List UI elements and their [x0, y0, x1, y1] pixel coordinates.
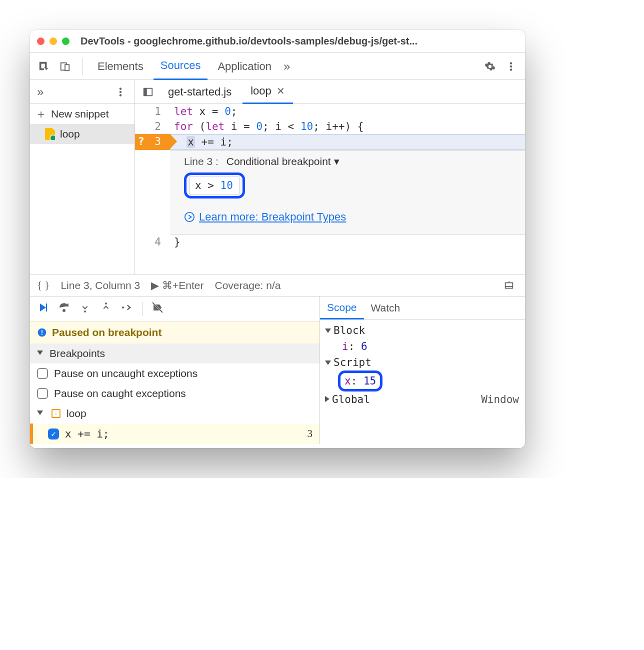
tab-scope[interactable]: Scope — [320, 296, 364, 320]
show-console-icon[interactable] — [500, 276, 518, 294]
resume-icon[interactable] — [37, 302, 49, 316]
navigator-more-icon[interactable]: » — [35, 85, 46, 99]
file-tab-loop[interactable]: loop ✕ — [242, 80, 293, 104]
scope-panel: Scope Watch Block i: 6 Script x: 15 Glob… — [320, 296, 525, 444]
gutter-line-1[interactable]: 1 — [135, 104, 170, 119]
svg-rect-18 — [42, 330, 42, 334]
bp-learn-more-link[interactable]: Learn more: Breakpoint Types — [184, 210, 346, 224]
svg-point-10 — [185, 212, 194, 222]
close-window-button[interactable] — [37, 38, 44, 45]
svg-point-6 — [120, 91, 122, 93]
bp-learn-more-label: Learn more: Breakpoint Types — [199, 210, 346, 224]
breakpoint-file-row[interactable]: ◦ loop — [30, 404, 320, 424]
snippets-sidebar: ＋ New snippet loop — [30, 104, 135, 274]
navigator-menu-icon[interactable] — [112, 83, 130, 101]
tab-application[interactable]: Application — [210, 53, 278, 80]
code-editor[interactable]: 1 let x = 0; 2 for (let i = 0; i < 10; i… — [135, 104, 525, 274]
file-tab-loop-label: loop — [250, 84, 272, 98]
svg-rect-11 — [506, 282, 513, 288]
snippet-item-label: loop — [60, 128, 80, 140]
editor-statusbar: { } Line 3, Column 3 ▶ ⌘+Enter Coverage:… — [30, 274, 525, 296]
titlebar: DevTools - googlechrome.github.io/devtoo… — [30, 30, 525, 53]
inspect-element-icon[interactable] — [35, 58, 53, 76]
run-snippet-button[interactable]: ▶ ⌘+Enter — [151, 280, 204, 292]
new-snippet-button[interactable]: ＋ New snippet — [30, 104, 134, 124]
gutter-line-2[interactable]: 2 — [135, 119, 170, 134]
bp-type-dropdown[interactable]: Conditional breakpoint ▾ — [226, 156, 340, 167]
gutter-line-3[interactable]: 3 — [135, 134, 170, 150]
pause-caught-row[interactable]: Pause on caught exceptions — [30, 384, 320, 404]
breakpoint-code: x += i; — [65, 428, 110, 440]
svg-point-13 — [63, 310, 65, 312]
coverage-status: Coverage: n/a — [215, 280, 281, 292]
main-toolbar: Elements Sources Application » — [30, 53, 525, 80]
scope-block[interactable]: Block — [325, 322, 525, 338]
svg-rect-9 — [144, 88, 147, 96]
svg-rect-1 — [65, 64, 69, 70]
toggle-navigator-icon[interactable] — [139, 83, 157, 101]
step-icon[interactable] — [121, 302, 133, 316]
close-tab-icon[interactable]: ✕ — [276, 85, 285, 97]
maximize-window-button[interactable] — [62, 38, 70, 45]
debugger-toolbar — [30, 296, 320, 322]
window-title: DevTools - googlechrome.github.io/devtoo… — [80, 36, 418, 47]
tab-watch[interactable]: Watch — [364, 296, 408, 320]
snippet-file-icon — [45, 128, 55, 140]
svg-point-14 — [84, 310, 86, 312]
new-snippet-label: New snippet — [51, 108, 109, 120]
kebab-menu-icon[interactable] — [502, 58, 520, 76]
sources-body: ＋ New snippet loop 1 let x = 0; 2 for (l… — [30, 104, 525, 274]
scope-script[interactable]: Script — [325, 354, 525, 370]
svg-point-4 — [510, 68, 512, 70]
paused-banner: Paused on breakpoint — [30, 322, 320, 344]
svg-point-2 — [510, 62, 512, 64]
devtools-window: DevTools - googlechrome.github.io/devtoo… — [30, 30, 525, 448]
breakpoint-enabled-checkbox[interactable] — [48, 428, 59, 440]
svg-point-5 — [120, 88, 122, 90]
scope-global[interactable]: Global Window — [325, 392, 525, 408]
svg-point-3 — [510, 66, 512, 68]
settings-icon[interactable] — [481, 58, 499, 76]
snippet-item-loop[interactable]: loop — [30, 124, 134, 144]
gutter-line-4[interactable]: 4 — [135, 234, 170, 250]
tab-sources[interactable]: Sources — [154, 53, 208, 80]
navigator-tabstrip: » get-started.js loop ✕ — [30, 80, 525, 104]
breakpoint-line-number: 3 — [308, 428, 313, 440]
svg-point-7 — [120, 94, 122, 96]
debugger-panels: Paused on breakpoint Breakpoints Pause o… — [30, 296, 525, 444]
pretty-print-icon[interactable]: { } — [37, 279, 50, 292]
scope-global-value: Window — [481, 392, 519, 408]
breakpoints-header[interactable]: Breakpoints — [30, 344, 320, 364]
file-tab-get-started[interactable]: get-started.js — [160, 80, 240, 104]
pause-uncaught-row[interactable]: Pause on uncaught exceptions — [30, 364, 320, 384]
minimize-window-button[interactable] — [50, 38, 57, 45]
traffic-lights — [37, 38, 70, 45]
breakpoint-editor: Line 3 : Conditional breakpoint ▾ x > 10… — [170, 150, 525, 234]
svg-point-16 — [122, 306, 124, 308]
pause-uncaught-checkbox[interactable] — [37, 368, 48, 379]
cursor-position: Line 3, Column 3 — [60, 280, 140, 292]
breakpoint-entry[interactable]: x += i; 3 — [30, 424, 320, 444]
bp-condition-input[interactable]: x > 10 — [190, 176, 240, 195]
step-out-icon[interactable] — [100, 302, 112, 316]
pause-caught-label: Pause on caught exceptions — [54, 388, 186, 400]
step-over-icon[interactable] — [58, 302, 70, 316]
breakpoint-file-label: loop — [66, 408, 86, 420]
highlight-ring-x: x: 15 — [338, 370, 382, 392]
tab-elements[interactable]: Elements — [90, 53, 150, 80]
bp-line-label: Line 3 : — [184, 156, 218, 167]
svg-rect-12 — [46, 304, 47, 312]
pause-uncaught-label: Pause on uncaught exceptions — [54, 368, 198, 380]
pause-caught-checkbox[interactable] — [37, 388, 48, 399]
device-toolbar-icon[interactable] — [56, 58, 74, 76]
highlight-ring: x > 10 — [184, 172, 245, 198]
deactivate-breakpoints-icon[interactable] — [152, 302, 164, 316]
step-into-icon[interactable] — [79, 302, 91, 316]
svg-point-15 — [105, 302, 107, 304]
more-tabs-icon[interactable]: » — [282, 60, 292, 74]
svg-rect-19 — [42, 334, 42, 335]
